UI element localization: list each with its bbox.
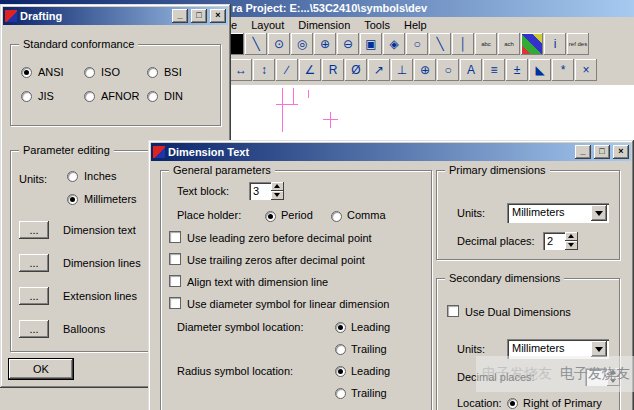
text-block-value[interactable]: 3: [249, 182, 271, 200]
text-block-label: Text block:: [177, 185, 229, 197]
spin-down-icon[interactable]: [271, 191, 284, 200]
zoom-world-icon[interactable]: ○: [406, 33, 428, 55]
radio-din[interactable]: [147, 91, 158, 102]
radio-inches-label: Inches: [84, 170, 116, 182]
diameter-symbol-checkbox[interactable]: [169, 297, 181, 309]
primary-units-dropdown[interactable]: Millimeters: [507, 203, 609, 223]
spin-down-icon[interactable]: [565, 241, 578, 250]
dim-angular-icon[interactable]: ∠: [299, 59, 321, 81]
dim-vertical-icon[interactable]: ↕: [253, 59, 275, 81]
dim-balloon-icon[interactable]: ○: [437, 59, 459, 81]
dim-chamfer-icon[interactable]: ◣: [529, 59, 551, 81]
leading-zero-checkbox[interactable]: [169, 231, 181, 243]
radio-millimeters[interactable]: [67, 194, 78, 205]
black-swatch-icon[interactable]: [230, 33, 244, 55]
drafting-dialog-icon: [5, 10, 17, 22]
dimension-lines-browse-button[interactable]: ...: [19, 254, 49, 272]
text-abc-icon[interactable]: abc: [475, 33, 497, 55]
zoom-in-icon[interactable]: ⊕: [314, 33, 336, 55]
radio-ansi[interactable]: [21, 67, 32, 78]
place-holder-label: Place holder:: [177, 209, 241, 221]
slash-icon[interactable]: ╲: [429, 33, 451, 55]
trailing-zeros-checkbox[interactable]: [169, 253, 181, 265]
dim-star-icon[interactable]: *: [552, 59, 574, 81]
dim-note-icon[interactable]: A: [460, 59, 482, 81]
dim-tolerance-icon[interactable]: ±: [506, 59, 528, 81]
dimension-text-label: Dimension text: [63, 224, 136, 236]
zoom-fit-icon[interactable]: ▣: [360, 33, 382, 55]
vertical-line-icon[interactable]: │: [452, 33, 474, 55]
radio-jis[interactable]: [21, 91, 32, 102]
radio-radius-trailing-label: Trailing: [351, 387, 387, 399]
spin-up-icon[interactable]: [271, 182, 284, 191]
primary-decimal-spinner[interactable]: 2: [543, 232, 578, 250]
close-icon[interactable]: ×: [210, 9, 226, 23]
zoom-out-icon[interactable]: ⊖: [337, 33, 359, 55]
watermark: 电子发烧友 电子发烧友: [476, 356, 634, 392]
menu-layout[interactable]: Layout: [244, 18, 291, 32]
parameter-editing-label: Parameter editing: [19, 144, 114, 156]
spin-up-icon[interactable]: [565, 232, 578, 241]
use-dual-dimensions-checkbox[interactable]: [447, 305, 459, 317]
secondary-dimensions-label: Secondary dimensions: [445, 272, 564, 284]
line-icon[interactable]: ╲: [245, 33, 267, 55]
dimension-text-browse-button[interactable]: ...: [19, 221, 49, 239]
radio-right-of-primary[interactable]: [507, 398, 518, 409]
menu-tools[interactable]: Tools: [357, 18, 397, 32]
close-icon[interactable]: ×: [613, 145, 629, 159]
info-icon[interactable]: i: [544, 33, 566, 55]
minimize-icon[interactable]: _: [172, 9, 188, 23]
menu-dimension[interactable]: Dimension: [291, 18, 357, 32]
palette-icon[interactable]: [521, 33, 543, 55]
refdes-icon[interactable]: ref des: [567, 33, 589, 55]
dimension-mark: [330, 112, 331, 128]
dim-leader-icon[interactable]: ↗: [368, 59, 390, 81]
primary-decimal-value[interactable]: 2: [543, 232, 565, 250]
point-snap-icon[interactable]: ⊙: [268, 33, 290, 55]
dropdown-arrow-icon[interactable]: [591, 341, 607, 357]
radius-location-label: Radius symbol location:: [177, 365, 293, 377]
maximize-icon[interactable]: □: [594, 145, 610, 159]
minimize-icon[interactable]: _: [575, 145, 591, 159]
radio-comma[interactable]: [331, 211, 342, 222]
radio-comma-label: Comma: [347, 209, 386, 221]
dim-aligned-icon[interactable]: ∕: [276, 59, 298, 81]
radio-radius-leading[interactable]: [335, 366, 346, 377]
radio-radius-trailing[interactable]: [335, 388, 346, 399]
dim-horizontal-icon[interactable]: ↔: [230, 59, 252, 81]
ok-button[interactable]: OK: [8, 358, 74, 380]
radio-afnor[interactable]: [84, 91, 95, 102]
dimension-mark: [293, 88, 294, 104]
balloons-browse-button[interactable]: ...: [19, 320, 49, 338]
maximize-icon[interactable]: □: [191, 9, 207, 23]
menu-bar: oeLayoutDimensionToolsHelp: [218, 17, 434, 33]
radio-period[interactable]: [265, 211, 276, 222]
dropdown-arrow-icon[interactable]: [591, 205, 607, 221]
dim-delete-icon[interactable]: ×: [575, 59, 597, 81]
dim-center-icon[interactable]: ⊕: [414, 59, 436, 81]
zoom-previous-icon[interactable]: ◈: [383, 33, 405, 55]
extension-lines-browse-button[interactable]: ...: [19, 287, 49, 305]
radio-bsi-label: BSI: [164, 66, 182, 78]
zoom-points-icon[interactable]: ◎: [291, 33, 313, 55]
watermark-text: 电子发烧友: [560, 365, 630, 383]
align-text-checkbox[interactable]: [169, 275, 181, 287]
radio-bsi[interactable]: [147, 67, 158, 78]
text-ach-icon[interactable]: ach: [498, 33, 520, 55]
radio-iso[interactable]: [84, 67, 95, 78]
dimension-text-titlebar[interactable]: Dimension Text _ □ ×: [151, 143, 631, 161]
dim-diameter-icon[interactable]: Ø: [345, 59, 367, 81]
radio-right-of-primary-label: Right of Primary: [523, 397, 602, 409]
radio-diameter-leading[interactable]: [335, 322, 346, 333]
drafting-titlebar[interactable]: Drafting _ □ ×: [3, 7, 228, 25]
dim-radius-icon[interactable]: R: [322, 59, 344, 81]
radio-inches[interactable]: [67, 171, 78, 182]
dim-datum-icon[interactable]: ⊥: [391, 59, 413, 81]
spinner-arrows: [271, 182, 284, 200]
text-block-spinner[interactable]: 3: [249, 182, 284, 200]
primary-units-value: Millimeters: [509, 205, 591, 221]
menu-help[interactable]: Help: [397, 18, 434, 32]
radio-diameter-trailing[interactable]: [335, 344, 346, 355]
extension-lines-label: Extension lines: [63, 290, 137, 302]
dim-align-icon[interactable]: ≡: [483, 59, 505, 81]
